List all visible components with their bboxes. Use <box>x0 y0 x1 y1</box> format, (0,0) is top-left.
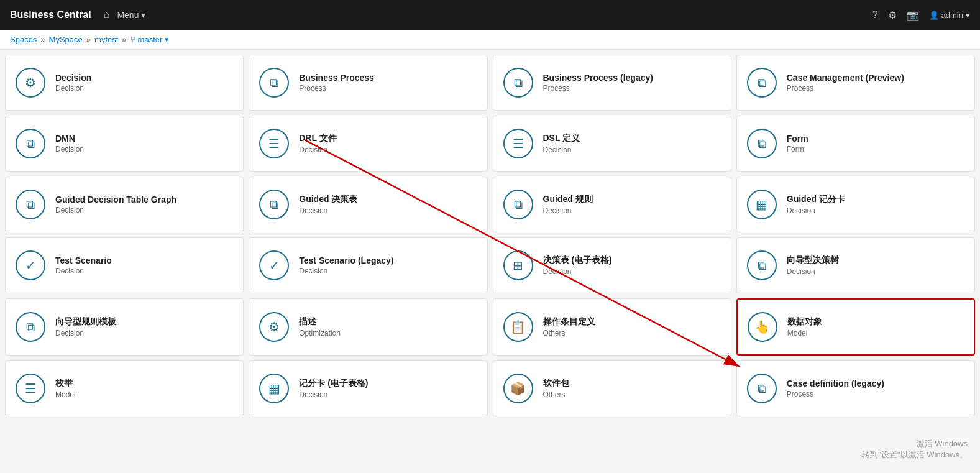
card-data-object[interactable]: 👆数据对象Model <box>736 298 975 356</box>
card-title-guided-decision-table: Guided 决策表 <box>299 194 357 205</box>
card-dmn[interactable]: ⧉DMNDecision <box>5 116 244 172</box>
card-dsl-def[interactable]: ☰DSL 定义Decision <box>493 116 731 172</box>
card-text-scorecard-xls: 记分卡 (电子表格)Decision <box>299 378 368 399</box>
breadcrumb-branch[interactable]: ⑂ master ▾ <box>131 35 170 44</box>
card-subtitle-description: Optimization <box>299 329 341 338</box>
card-decision-table-xls[interactable]: ⊞决策表 (电子表格)Decision <box>493 237 731 293</box>
card-drl-file[interactable]: ☰DRL 文件Decision <box>249 116 487 172</box>
card-icon-enumeration: ☰ <box>16 374 45 403</box>
card-icon-business-process-legacy: ⧉ <box>503 68 533 98</box>
card-title-case-management: Case Management (Preview) <box>787 73 904 83</box>
card-title-drl-file: DRL 文件 <box>299 133 336 144</box>
card-subtitle-drl-file: Decision <box>299 145 336 154</box>
card-title-guided-decision-table-graph: Guided Decision Table Graph <box>55 195 176 204</box>
breadcrumb-sep-1: » <box>40 35 45 44</box>
card-title-guided-scorecard: Guided 记分卡 <box>787 194 845 205</box>
card-title-description: 描述 <box>299 316 341 328</box>
card-title-scorecard-xls: 记分卡 (电子表格) <box>299 378 368 389</box>
card-test-scenario[interactable]: ✓Test ScenarioDecision <box>5 237 244 293</box>
card-subtitle-dsl-def: Decision <box>543 145 580 154</box>
card-subtitle-guided-scorecard: Decision <box>787 206 845 215</box>
card-title-decision-table-xls: 决策表 (电子表格) <box>543 255 612 266</box>
card-decision[interactable]: ⚙DecisionDecision <box>5 55 244 111</box>
card-business-process[interactable]: ⧉Business ProcessProcess <box>249 55 487 111</box>
card-description[interactable]: ⚙描述Optimization <box>249 298 487 356</box>
card-form[interactable]: ⧉FormForm <box>736 116 975 172</box>
card-title-data-object: 数据对象 <box>787 316 822 328</box>
breadcrumb-mytest[interactable]: mytest <box>94 35 118 44</box>
card-title-action-definition: 操作条目定义 <box>543 316 595 328</box>
card-subtitle-case-def-legacy: Process <box>787 390 884 398</box>
admin-chevron-icon: ▾ <box>966 11 970 20</box>
settings-icon[interactable]: ⚙ <box>888 9 897 21</box>
page-content: ⚙DecisionDecision⧉Business ProcessProces… <box>0 50 980 421</box>
card-icon-guided-rules: ⧉ <box>503 190 533 219</box>
card-text-test-scenario: Test ScenarioDecision <box>55 255 112 275</box>
card-guided-rules[interactable]: ⧉Guided 规则Decision <box>493 177 731 232</box>
menu-button[interactable]: Menu ▾ <box>117 10 145 20</box>
breadcrumb-spaces[interactable]: Spaces <box>10 35 37 44</box>
card-guided-rule-template[interactable]: ⧉向导型规则模板Decision <box>5 298 244 356</box>
card-subtitle-guided-decision-table: Decision <box>299 206 357 215</box>
card-software-package[interactable]: 📦软件包Others <box>493 360 731 416</box>
card-text-decision: DecisionDecision <box>55 73 91 93</box>
card-text-data-object: 数据对象Model <box>787 316 822 338</box>
menu-chevron-icon: ▾ <box>141 10 145 20</box>
card-guided-decision-tree[interactable]: ⧉向导型决策树Decision <box>736 237 975 293</box>
help-icon[interactable]: ? <box>872 9 878 21</box>
card-text-guided-rule-template: 向导型规则模板Decision <box>55 316 116 338</box>
camera-icon[interactable]: 📷 <box>907 9 919 21</box>
card-text-case-def-legacy: Case definition (legacy)Process <box>787 379 884 398</box>
card-title-dmn: DMN <box>55 134 84 144</box>
card-guided-scorecard[interactable]: ▦Guided 记分卡Decision <box>736 177 975 232</box>
card-subtitle-business-process: Process <box>299 84 374 93</box>
card-icon-drl-file: ☰ <box>259 129 289 158</box>
card-case-management[interactable]: ⧉Case Management (Preview)Process <box>736 55 975 111</box>
card-title-form: Form <box>787 134 808 144</box>
top-nav: Business Central ⌂ Menu ▾ ? ⚙ 📷 👤 admin … <box>0 0 980 30</box>
card-text-decision-table-xls: 决策表 (电子表格)Decision <box>543 255 612 276</box>
card-subtitle-guided-rules: Decision <box>543 206 593 215</box>
card-icon-case-def-legacy: ⧉ <box>747 374 777 403</box>
card-icon-dsl-def: ☰ <box>503 129 533 158</box>
card-text-enumeration: 枚举Model <box>55 378 76 399</box>
card-enumeration[interactable]: ☰枚举Model <box>5 360 244 416</box>
card-text-case-management: Case Management (Preview)Process <box>787 73 904 93</box>
card-text-guided-decision-tree: 向导型决策树Decision <box>787 255 839 276</box>
card-subtitle-guided-rule-template: Decision <box>55 329 116 338</box>
menu-label: Menu <box>117 10 139 20</box>
card-text-guided-scorecard: Guided 记分卡Decision <box>787 194 845 215</box>
card-scorecard-xls[interactable]: ▦记分卡 (电子表格)Decision <box>249 360 487 416</box>
card-icon-test-scenario: ✓ <box>16 250 45 280</box>
card-text-business-process: Business ProcessProcess <box>299 73 374 93</box>
card-guided-decision-table[interactable]: ⧉Guided 决策表Decision <box>249 177 487 232</box>
breadcrumb-myspace[interactable]: MySpace <box>49 35 83 44</box>
card-icon-action-definition: 📋 <box>503 312 533 342</box>
card-subtitle-dmn: Decision <box>55 145 84 154</box>
card-subtitle-scorecard-xls: Decision <box>299 390 368 399</box>
card-icon-scorecard-xls: ▦ <box>259 374 289 403</box>
card-action-definition[interactable]: 📋操作条目定义Others <box>493 298 731 356</box>
card-guided-decision-table-graph[interactable]: ⧉Guided Decision Table GraphDecision <box>5 177 244 232</box>
card-title-business-process-legacy: Business Process (legacy) <box>543 73 653 83</box>
card-subtitle-decision-table-xls: Decision <box>543 267 612 276</box>
card-test-scenario-legacy[interactable]: ✓Test Scenario (Legacy)Decision <box>249 237 487 293</box>
card-title-guided-rule-template: 向导型规则模板 <box>55 316 116 328</box>
card-title-software-package: 软件包 <box>543 378 569 389</box>
admin-button[interactable]: 👤 admin ▾ <box>929 11 970 20</box>
card-text-guided-decision-table: Guided 决策表Decision <box>299 194 357 215</box>
breadcrumb: Spaces » MySpace » mytest » ⑂ master ▾ <box>0 30 980 50</box>
card-business-process-legacy[interactable]: ⧉Business Process (legacy)Process <box>493 55 731 111</box>
card-case-def-legacy[interactable]: ⧉Case definition (legacy)Process <box>736 360 975 416</box>
card-text-business-process-legacy: Business Process (legacy)Process <box>543 73 653 93</box>
card-icon-decision: ⚙ <box>16 68 45 98</box>
card-icon-guided-scorecard: ▦ <box>747 190 777 219</box>
card-icon-test-scenario-legacy: ✓ <box>259 250 289 280</box>
card-subtitle-decision: Decision <box>55 84 91 93</box>
card-text-guided-rules: Guided 规则Decision <box>543 194 593 215</box>
card-subtitle-form: Form <box>787 145 808 154</box>
card-subtitle-case-management: Process <box>787 84 904 93</box>
card-text-dsl-def: DSL 定义Decision <box>543 133 580 154</box>
card-text-dmn: DMNDecision <box>55 134 84 154</box>
home-icon[interactable]: ⌂ <box>104 9 110 21</box>
